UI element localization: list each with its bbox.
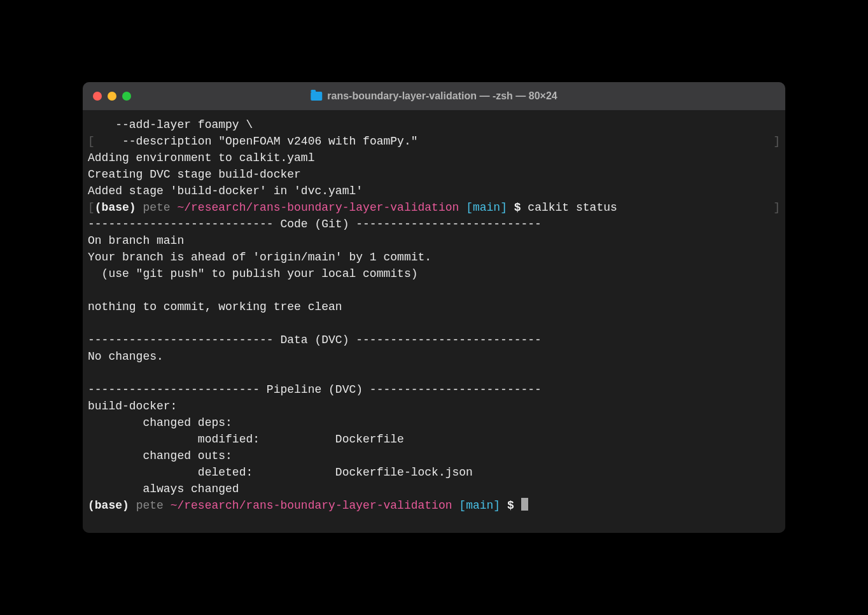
- minimize-button[interactable]: [108, 92, 116, 101]
- prompt-branch: [main]: [466, 201, 507, 214]
- prompt-branch: [main]: [459, 499, 500, 512]
- term-line: changed outs:: [88, 449, 232, 462]
- term-line: Adding environment to calkit.yaml: [88, 152, 314, 164]
- titlebar: rans-boundary-layer-validation — -zsh — …: [83, 82, 785, 110]
- term-line: modified: Dockerfile: [88, 433, 404, 446]
- term-line: build-docker:: [88, 400, 177, 413]
- window-title: rans-boundary-layer-validation — -zsh — …: [327, 90, 557, 102]
- term-line: On branch main: [88, 234, 184, 247]
- terminal-body[interactable]: --add-layer foampy \ [ --description "Op…: [83, 110, 785, 533]
- term-line: (use "git push" to publish your local co…: [88, 267, 417, 280]
- prompt-command: calkit status: [528, 201, 617, 214]
- traffic-lights: [93, 92, 131, 101]
- maximize-button[interactable]: [122, 92, 131, 101]
- cursor: [521, 498, 528, 511]
- term-bracket: ]: [773, 133, 780, 150]
- term-bracket: [: [88, 135, 95, 148]
- prompt-env: (base): [95, 201, 143, 214]
- prompt-dollar: $: [507, 201, 528, 214]
- prompt-user: pete: [143, 201, 177, 214]
- term-line: No changes.: [88, 350, 164, 363]
- term-line: Creating DVC stage build-docker: [88, 168, 301, 181]
- term-line: Added stage 'build-docker' in 'dvc.yaml': [88, 185, 363, 197]
- prompt-path: ~/research/rans-boundary-layer-validatio…: [171, 499, 459, 512]
- term-line: --------------------------- Code (Git) -…: [88, 218, 542, 230]
- prompt-path: ~/research/rans-boundary-layer-validatio…: [177, 201, 466, 214]
- term-line: changed deps:: [88, 416, 232, 429]
- close-button[interactable]: [93, 92, 102, 101]
- term-line: nothing to commit, working tree clean: [88, 300, 342, 313]
- terminal-window: rans-boundary-layer-validation — -zsh — …: [83, 82, 785, 533]
- prompt-dollar: $: [500, 499, 521, 512]
- title-center: rans-boundary-layer-validation — -zsh — …: [311, 90, 557, 102]
- prompt-user: pete: [136, 499, 171, 512]
- term-line: --------------------------- Data (DVC) -…: [88, 334, 542, 346]
- term-bracket: ]: [773, 199, 780, 216]
- term-line: always changed: [88, 483, 239, 495]
- term-bracket: [: [88, 201, 95, 214]
- term-line: deleted: Dockerfile-lock.json: [88, 466, 473, 479]
- prompt-env: (base): [88, 499, 136, 512]
- term-line: --description "OpenFOAM v2406 with foamP…: [95, 135, 418, 148]
- term-line: ------------------------- Pipeline (DVC)…: [88, 383, 542, 396]
- folder-icon: [311, 92, 322, 101]
- term-line: Your branch is ahead of 'origin/main' by…: [88, 251, 431, 264]
- term-line: --add-layer foampy \: [88, 118, 253, 131]
